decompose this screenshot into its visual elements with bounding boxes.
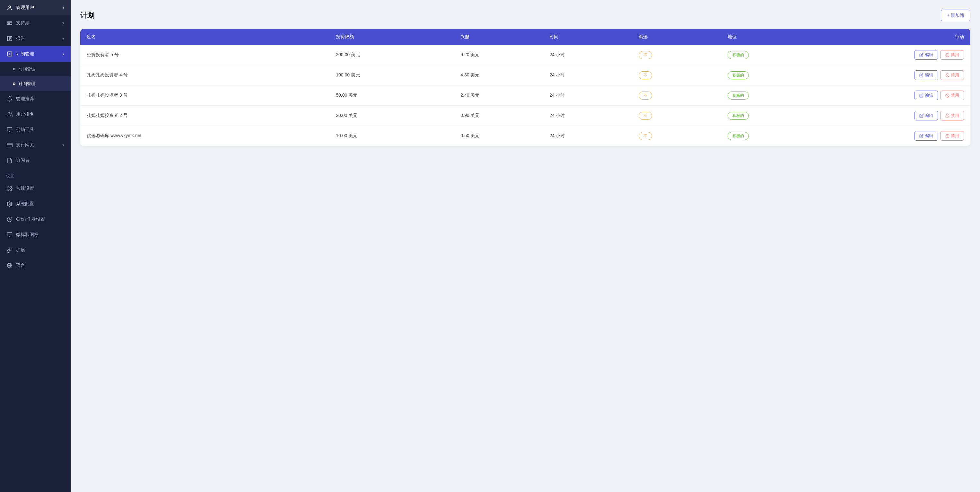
sidebar-item-subscribers[interactable]: 订阅者 <box>0 153 71 168</box>
dot-icon <box>13 68 16 70</box>
cell-featured-4: 不 <box>632 126 721 146</box>
cell-interest-1: 4.80 美元 <box>454 65 543 86</box>
table-body: 赞赞投资者 5 号 200.00 美元 9.20 美元 24 小时 不 积极的 … <box>80 45 970 146</box>
sidebar-label-language: 语言 <box>16 263 64 269</box>
sidebar-item-general-settings[interactable]: 常规设置 <box>0 181 71 196</box>
cell-interest-4: 0.50 美元 <box>454 126 543 146</box>
table-row: 优选源码库 www.yxymk.net 10.00 美元 0.50 美元 24 … <box>80 126 970 146</box>
sidebar-item-reports[interactable]: 报告 ▾ <box>0 31 71 46</box>
sidebar-item-promo-tools[interactable]: 促销工具 <box>0 122 71 137</box>
col-header-interest: 兴趣 <box>454 29 543 45</box>
sidebar-item-cron-settings[interactable]: Cron 作业设置 <box>0 212 71 227</box>
sidebar-item-time-management[interactable]: 时间管理 <box>0 62 71 76</box>
sidebar-item-plan-management[interactable]: 计划管理 ▴ <box>0 46 71 62</box>
featured-badge-1: 不 <box>639 71 652 79</box>
cell-name-2: 扎姆扎姆投资者 3 号 <box>80 86 329 106</box>
sidebar-label-favicon: 微标和图标 <box>16 232 64 238</box>
cell-status-2: 积极的 <box>721 86 810 106</box>
svg-line-22 <box>946 135 949 137</box>
svg-rect-6 <box>7 143 13 147</box>
col-header-action: 行动 <box>810 29 970 45</box>
action-wrap-1: 编辑 禁用 <box>816 70 964 80</box>
cell-time-2: 24 小时 <box>543 86 632 106</box>
sidebar-item-support-tickets[interactable]: 支持票 ▾ <box>0 16 71 31</box>
table-row: 扎姆扎姆投资者 4 号 100.00 美元 4.80 美元 24 小时 不 积极… <box>80 65 970 86</box>
svg-point-9 <box>9 203 11 205</box>
svg-rect-1 <box>7 22 12 25</box>
report-icon <box>6 35 13 42</box>
sidebar-label-manage-referrals: 管理推荐 <box>16 96 64 102</box>
cell-invest-3: 20.00 美元 <box>329 106 454 126</box>
sidebar-item-plan-management-sub[interactable]: 计划管理 <box>0 76 71 91</box>
disable-button-3[interactable]: 禁用 <box>940 111 964 120</box>
cell-status-0: 积极的 <box>721 45 810 65</box>
add-new-button[interactable]: + 添加新 <box>941 10 970 21</box>
svg-rect-11 <box>7 232 12 236</box>
plans-table: 姓名 投资限额 兴趣 时间 精选 地位 行动 赞赞投资者 5 号 200.00 … <box>80 29 970 146</box>
table-row: 赞赞投资者 5 号 200.00 美元 9.20 美元 24 小时 不 积极的 … <box>80 45 970 65</box>
sidebar-label-reports: 报告 <box>16 36 59 41</box>
user-icon <box>6 5 13 11</box>
sidebar-label-manage-users: 管理用户 <box>16 5 59 11</box>
extension-icon <box>6 247 13 253</box>
cell-name-4: 优选源码库 www.yxymk.net <box>80 126 329 146</box>
arrow-icon: ▾ <box>62 36 64 41</box>
cell-interest-0: 9.20 美元 <box>454 45 543 65</box>
edit-button-4[interactable]: 编辑 <box>915 131 938 141</box>
edit-button-1[interactable]: 编辑 <box>915 70 938 80</box>
ranking-icon <box>6 111 13 118</box>
status-badge-1: 积极的 <box>728 71 749 79</box>
cell-status-4: 积极的 <box>721 126 810 146</box>
cell-name-3: 扎姆扎姆投资者 2 号 <box>80 106 329 126</box>
sidebar-item-language[interactable]: 语言 <box>0 258 71 273</box>
subscriber-icon <box>6 158 13 164</box>
action-wrap-0: 编辑 禁用 <box>816 50 964 60</box>
sidebar-item-favicon[interactable]: 微标和图标 <box>0 227 71 242</box>
sidebar-item-manage-referrals[interactable]: 管理推荐 <box>0 91 71 107</box>
arrow-icon: ▾ <box>62 5 64 10</box>
edit-button-0[interactable]: 编辑 <box>915 50 938 60</box>
status-badge-0: 积极的 <box>728 51 749 59</box>
sidebar-item-user-ranking[interactable]: 用户排名 <box>0 107 71 122</box>
disable-button-1[interactable]: 禁用 <box>940 70 964 80</box>
clock-icon <box>6 216 13 223</box>
sidebar-label-subscribers: 订阅者 <box>16 158 64 164</box>
col-header-featured: 精选 <box>632 29 721 45</box>
edit-button-2[interactable]: 编辑 <box>915 91 938 100</box>
favicon-icon <box>6 232 13 238</box>
settings-section-label: 设置 <box>0 168 71 181</box>
sidebar-item-payment-gateway[interactable]: 支付网关 ▾ <box>0 137 71 153</box>
sidebar-label-time-management: 时间管理 <box>19 66 64 72</box>
cell-featured-2: 不 <box>632 86 721 106</box>
cell-time-4: 24 小时 <box>543 126 632 146</box>
sidebar-item-system-config[interactable]: 系统配置 <box>0 196 71 212</box>
svg-line-14 <box>946 54 949 56</box>
table-row: 扎姆扎姆投资者 3 号 50.00 美元 2.40 美元 24 小时 不 积极的… <box>80 86 970 106</box>
sidebar-label-plan-management: 计划管理 <box>16 51 59 57</box>
cell-interest-3: 0.90 美元 <box>454 106 543 126</box>
cell-status-1: 积极的 <box>721 65 810 86</box>
action-wrap-4: 编辑 禁用 <box>816 131 964 141</box>
cell-time-1: 24 小时 <box>543 65 632 86</box>
disable-button-0[interactable]: 禁用 <box>940 50 964 60</box>
plan-icon <box>6 51 13 57</box>
sidebar-label-extensions: 扩展 <box>16 247 64 253</box>
bell-icon <box>6 96 13 102</box>
cell-featured-1: 不 <box>632 65 721 86</box>
plans-table-wrap: 姓名 投资限额 兴趣 时间 精选 地位 行动 赞赞投资者 5 号 200.00 … <box>80 29 970 146</box>
cell-action-1: 编辑 禁用 <box>810 65 970 86</box>
svg-point-8 <box>9 188 11 189</box>
disable-button-2[interactable]: 禁用 <box>940 91 964 100</box>
page-header: 计划 + 添加新 <box>80 10 970 21</box>
sidebar-item-extensions[interactable]: 扩展 <box>0 242 71 258</box>
sidebar-item-manage-users[interactable]: 管理用户 ▾ <box>0 0 71 16</box>
cell-action-3: 编辑 禁用 <box>810 106 970 126</box>
col-header-invest: 投资限额 <box>329 29 454 45</box>
sidebar-label-payment-gateway: 支付网关 <box>16 142 59 148</box>
page-title: 计划 <box>80 11 94 20</box>
sidebar-label-general-settings: 常规设置 <box>16 186 64 191</box>
disable-button-4[interactable]: 禁用 <box>940 131 964 141</box>
sidebar-label-cron-settings: Cron 作业设置 <box>16 217 64 222</box>
edit-button-3[interactable]: 编辑 <box>915 111 938 120</box>
sidebar-label-support-tickets: 支持票 <box>16 20 59 26</box>
